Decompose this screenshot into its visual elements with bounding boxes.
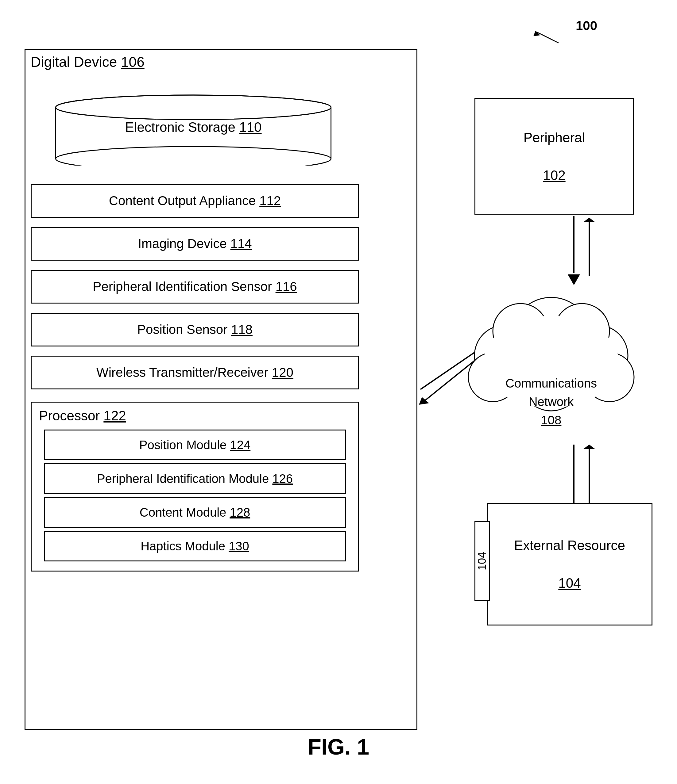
wireless-transmitter-box: Wireless Transmitter/Receiver 120 — [31, 356, 359, 389]
svg-marker-5 — [583, 218, 595, 222]
diagram: 100 Digital Device 106 Electronic Sto — [0, 0, 677, 784]
external-resource-box: External Resource 104 — [487, 503, 652, 625]
peripheral-id-sensor-box: Peripheral Identification Sensor 116 — [31, 270, 359, 303]
ref-tab-104: 104 — [474, 521, 490, 601]
processor-label: Processor 122 — [31, 403, 358, 426]
content-module-box: Content Module 128 — [44, 497, 346, 528]
ref-100-label: 100 — [576, 19, 597, 33]
processor-box: Processor 122 Position Module 124 Periph… — [31, 402, 359, 571]
svg-marker-13 — [583, 445, 595, 449]
position-module-box: Position Module 124 — [44, 429, 346, 460]
svg-marker-1 — [533, 31, 540, 36]
imaging-device-box: Imaging Device 114 — [31, 227, 359, 261]
haptics-module-box: Haptics Module 130 — [44, 531, 346, 562]
content-output-box: Content Output Appliance 112 — [31, 184, 359, 218]
communications-network-cloud: CommunicationsNetwork 108 — [450, 276, 652, 436]
electronic-storage-wrapper: Electronic Storage 110 — [55, 86, 331, 166]
svg-line-0 — [537, 32, 558, 43]
digital-device-label: Digital Device 106 — [31, 54, 145, 70]
network-label: CommunicationsNetwork 108 — [450, 374, 652, 429]
peripheral-id-module-box: Peripheral Identification Module 126 — [44, 463, 346, 494]
svg-marker-7 — [419, 397, 429, 405]
peripheral-box: Peripheral 102 — [474, 98, 634, 215]
position-sensor-box: Position Sensor 118 — [31, 313, 359, 347]
electronic-storage-label: Electronic Storage 110 — [55, 120, 331, 135]
fig-label: FIG. 1 — [308, 734, 369, 759]
